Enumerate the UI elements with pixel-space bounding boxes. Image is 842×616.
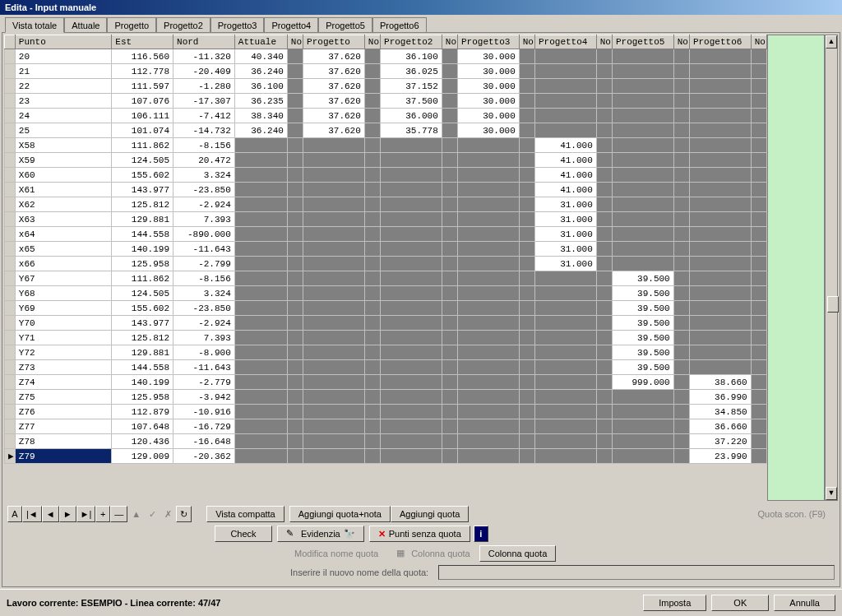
col-header[interactable]: Progetto5 [612, 35, 673, 49]
cell[interactable] [5, 49, 16, 64]
cell[interactable] [612, 168, 673, 183]
cell[interactable]: 7.393 [173, 212, 235, 227]
cell[interactable]: 38.340 [234, 109, 287, 123]
cell[interactable] [381, 286, 442, 301]
cell[interactable] [673, 375, 689, 390]
cell[interactable] [287, 212, 303, 227]
cell[interactable] [303, 227, 365, 242]
cell[interactable] [5, 153, 16, 168]
cell[interactable] [689, 271, 751, 286]
cell[interactable] [364, 109, 380, 123]
cell[interactable] [5, 345, 16, 360]
cell[interactable] [519, 331, 534, 345]
cell[interactable] [364, 49, 380, 64]
cell[interactable] [303, 405, 365, 419]
cell[interactable] [364, 257, 380, 271]
data-grid[interactable]: PuntoEstNordAttualeNoProgettoNoProgetto2… [4, 35, 767, 464]
cell[interactable] [234, 242, 287, 257]
cell[interactable] [612, 94, 673, 109]
cell[interactable] [442, 257, 457, 271]
cell[interactable] [364, 242, 380, 257]
cell[interactable] [303, 197, 365, 212]
cell[interactable] [689, 257, 751, 271]
cell[interactable] [5, 286, 16, 301]
cell[interactable] [596, 271, 612, 286]
tab-progetto3[interactable]: Progetto3 [210, 17, 265, 33]
cell[interactable] [673, 109, 689, 123]
cell[interactable]: 30.000 [458, 49, 520, 64]
cell[interactable] [364, 227, 380, 242]
cell[interactable]: 24 [15, 109, 111, 123]
cell[interactable] [303, 360, 365, 375]
cell[interactable] [458, 286, 520, 301]
cell[interactable] [596, 49, 612, 64]
cell[interactable]: -11.643 [173, 360, 235, 375]
cell[interactable] [751, 434, 766, 449]
col-header[interactable]: No [673, 35, 689, 49]
cell[interactable] [612, 242, 673, 257]
cell[interactable] [689, 197, 751, 212]
cell[interactable] [364, 405, 380, 419]
cell[interactable]: 37.620 [303, 49, 365, 64]
cell[interactable] [287, 138, 303, 153]
cell[interactable]: -16.729 [173, 419, 235, 434]
cell[interactable]: x65 [15, 242, 111, 257]
cell[interactable]: 37.500 [381, 94, 442, 109]
cell[interactable] [751, 271, 766, 286]
cell[interactable] [458, 271, 520, 286]
cell[interactable] [287, 79, 303, 94]
cell[interactable] [534, 301, 596, 316]
cell[interactable] [234, 360, 287, 375]
cell[interactable]: 125.812 [112, 331, 173, 345]
cell[interactable] [534, 316, 596, 331]
col-header[interactable]: Progetto [303, 35, 365, 49]
cell[interactable] [287, 301, 303, 316]
cell[interactable] [751, 212, 766, 227]
nav-button-5[interactable]: + [95, 506, 110, 522]
cell[interactable] [458, 197, 520, 212]
cell[interactable] [673, 257, 689, 271]
nav-button-1[interactable]: |◄ [22, 506, 42, 522]
cell[interactable] [519, 168, 534, 183]
cell[interactable] [234, 390, 287, 405]
cell[interactable] [689, 316, 751, 331]
cell[interactable] [287, 49, 303, 64]
cell[interactable] [381, 405, 442, 419]
cell[interactable] [287, 360, 303, 375]
cell[interactable] [519, 79, 534, 94]
cell[interactable] [381, 183, 442, 197]
quota-name-input[interactable] [438, 565, 835, 580]
cell[interactable] [689, 286, 751, 301]
cell[interactable]: 31.000 [534, 212, 596, 227]
cell[interactable]: Y72 [15, 345, 111, 360]
nav-button-4[interactable]: ►| [76, 506, 96, 522]
cell[interactable] [303, 153, 365, 168]
cell[interactable] [596, 419, 612, 434]
cell[interactable] [442, 49, 457, 64]
cell[interactable] [234, 331, 287, 345]
cell[interactable]: 36.240 [234, 64, 287, 79]
cell[interactable]: 41.000 [534, 153, 596, 168]
cell[interactable] [364, 153, 380, 168]
cell[interactable] [381, 375, 442, 390]
cell[interactable] [364, 449, 380, 464]
cell[interactable] [612, 49, 673, 64]
cell[interactable] [381, 271, 442, 286]
cell[interactable]: -16.648 [173, 434, 235, 449]
cell[interactable]: 30.000 [458, 109, 520, 123]
cell[interactable] [234, 183, 287, 197]
col-header[interactable]: Est [112, 35, 173, 49]
cell[interactable]: 125.958 [112, 257, 173, 271]
cell[interactable] [381, 138, 442, 153]
cell[interactable] [303, 242, 365, 257]
cell[interactable] [751, 94, 766, 109]
cell[interactable]: -23.850 [173, 183, 235, 197]
col-header[interactable]: No [751, 35, 766, 49]
cell[interactable]: -2.924 [173, 197, 235, 212]
scroll-down-arrow[interactable]: ▼ [826, 487, 837, 500]
cell[interactable] [458, 360, 520, 375]
cell[interactable] [751, 242, 766, 257]
cell[interactable] [442, 227, 457, 242]
cell[interactable] [673, 123, 689, 138]
cell[interactable] [364, 64, 380, 79]
